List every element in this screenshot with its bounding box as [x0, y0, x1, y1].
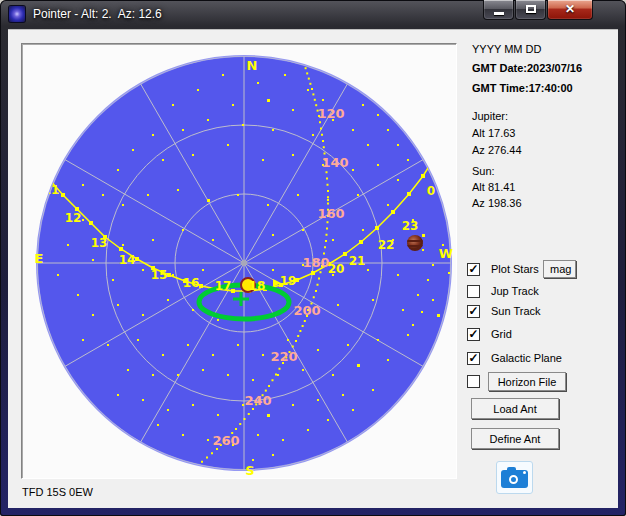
jupiter-az: Az 276.44 [472, 144, 522, 156]
checkbox-box-sun-track[interactable]: ✓ [467, 305, 480, 318]
svg-text:220: 220 [270, 349, 297, 364]
svg-text:23: 23 [402, 219, 419, 233]
svg-text:17: 17 [215, 279, 232, 293]
svg-text:0: 0 [427, 184, 435, 198]
svg-text:20: 20 [328, 262, 345, 276]
checkbox-box-jup-track[interactable] [467, 285, 480, 298]
checkbox-box-grid[interactable]: ✓ [467, 328, 480, 341]
app-window: Pointer - Alt: 2. Az: 12.6 ✕ 11121314151… [0, 0, 626, 516]
svg-text:15: 15 [151, 268, 168, 282]
svg-text:12: 12 [65, 211, 82, 225]
svg-text:13: 13 [91, 236, 108, 250]
app-icon [9, 6, 25, 22]
maximize-button[interactable] [515, 0, 546, 20]
screenshot-button[interactable] [496, 461, 533, 494]
svg-text:18: 18 [249, 279, 266, 293]
close-button[interactable]: ✕ [547, 0, 593, 20]
status-text: TFD 15S 0EW [22, 486, 93, 498]
sun-alt: Alt 81.41 [472, 181, 515, 193]
load-ant-button[interactable]: Load Ant [471, 398, 559, 419]
svg-text:140: 140 [321, 155, 348, 170]
gmt-time-label: GMT Time:17:40:00 [472, 82, 573, 94]
date-format-label: YYYY MM DD [472, 43, 541, 55]
maximize-icon [526, 5, 536, 13]
checkbox-label-jup-track: Jup Track [491, 285, 539, 297]
right-panel: YYYY MM DD GMT Date:2023/07/16 GMT Time:… [460, 30, 618, 509]
define-ant-button[interactable]: Define Ant [471, 428, 559, 449]
svg-text:260: 260 [212, 433, 239, 448]
svg-text:160: 160 [317, 206, 344, 221]
checkbox-label-galactic-plane: Galactic Plane [491, 352, 562, 364]
close-icon: ✕ [548, 2, 592, 16]
sun-title: Sun: [472, 165, 495, 177]
svg-text:200: 200 [293, 303, 320, 318]
checkbox-label-plot-stars: Plot Stars [491, 263, 539, 275]
svg-text:240: 240 [244, 393, 271, 408]
jupiter-title: Jupiter: [472, 110, 508, 122]
minimize-button[interactable] [483, 0, 514, 20]
sun-az: Az 198.36 [472, 197, 522, 209]
checkbox-label-sun-track: Sun Track [491, 305, 541, 317]
sky-map[interactable]: 1112131415161718192021222301201401601802… [22, 44, 456, 476]
svg-text:21: 21 [349, 254, 366, 268]
checkbox-label-grid: Grid [491, 328, 512, 340]
checkbox-box-horizon-file[interactable] [467, 375, 480, 388]
jupiter-alt: Alt 17.63 [472, 127, 515, 139]
svg-text:E: E [35, 251, 44, 266]
window-title: Pointer - Alt: 2. Az: 12.6 [33, 7, 162, 21]
svg-text:N: N [247, 58, 258, 73]
svg-text:19: 19 [280, 274, 297, 288]
titlebar[interactable]: Pointer - Alt: 2. Az: 12.6 ✕ [0, 0, 626, 29]
gmt-date-label: GMT Date:2023/07/16 [472, 62, 582, 74]
minimize-icon [494, 12, 504, 15]
sky-plot-panel: 1112131415161718192021222301201401601802… [21, 43, 457, 479]
svg-text:W: W [439, 246, 453, 261]
svg-text:22: 22 [378, 238, 395, 252]
svg-text:120: 120 [317, 106, 344, 121]
horizon-file-button[interactable]: Horizon File [488, 372, 566, 391]
mag-button[interactable]: mag [543, 260, 576, 278]
svg-text:16: 16 [183, 276, 200, 290]
client-area: 1112131415161718192021222301201401601802… [8, 29, 618, 508]
svg-text:14: 14 [119, 253, 136, 267]
svg-text:180: 180 [302, 255, 329, 270]
checkbox-box-plot-stars[interactable]: ✓ [467, 263, 480, 276]
svg-text:S: S [245, 463, 254, 476]
svg-text:11: 11 [43, 183, 60, 197]
checkbox-box-galactic-plane[interactable]: ✓ [467, 352, 480, 365]
